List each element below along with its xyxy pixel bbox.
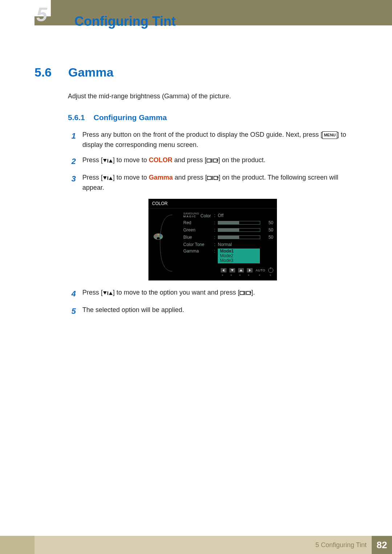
osd-panel: COLOR SAMSUNGMAGIC Color : Of: [148, 199, 277, 280]
osd-label: Color: [200, 213, 211, 218]
subsection-number: 5.6.1: [68, 113, 85, 122]
svg-rect-4: [212, 159, 212, 163]
step-text: The selected option will be applied.: [82, 305, 358, 317]
osd-row-magic-color: SAMSUNGMAGIC Color : Off: [183, 212, 273, 219]
osd-label: Green: [183, 227, 214, 233]
step-text: Press [: [82, 289, 103, 296]
step-4: 4 Press [] to move to the option you wan…: [68, 288, 358, 300]
brand-samsung-magic: SAMSUNGMAGIC: [183, 212, 199, 218]
osd-gamma-option: Mode2: [220, 254, 258, 258]
osd-title: COLOR: [148, 199, 277, 209]
down-up-arrow-icon: [103, 174, 113, 181]
section-number: 5.6: [34, 65, 58, 79]
page-number: 82: [372, 536, 392, 554]
svg-rect-3: [207, 159, 211, 162]
subsection-title: Configuring Gamma: [94, 113, 167, 122]
osd-value: 50: [263, 235, 273, 240]
osd-value: Off: [218, 213, 224, 218]
step-text: ] to move to the option you want and pre…: [113, 289, 240, 296]
svg-marker-0: [103, 159, 107, 162]
svg-point-14: [158, 234, 159, 235]
svg-point-13: [155, 235, 157, 236]
power-icon: [268, 268, 273, 273]
svg-rect-7: [107, 176, 108, 180]
nav-up-icon: [238, 268, 244, 272]
svg-marker-20: [240, 269, 242, 271]
step-text: Press any button on the front of the pro…: [82, 131, 322, 138]
svg-marker-22: [103, 291, 107, 295]
step-3: 3 Press [] to move to Gamma and press []…: [68, 173, 358, 193]
section-intro: Adjust the mid-range brightness (Gamma) …: [68, 93, 358, 100]
step-text: ] on the product.: [218, 156, 265, 164]
step-number: 1: [68, 130, 76, 150]
step-text: ].: [251, 289, 255, 296]
step-number: 2: [68, 155, 76, 168]
step-text: Press [: [82, 156, 103, 164]
svg-point-16: [160, 237, 162, 238]
osd-value: 50: [263, 220, 273, 225]
keyword-gamma: Gamma: [149, 174, 173, 181]
palette-icon: [153, 233, 164, 241]
down-up-arrow-icon: [103, 289, 113, 296]
step-1: 1 Press any button on the front of the p…: [68, 130, 358, 150]
osd-value: Normal: [218, 242, 232, 247]
osd-row-green: Green: 50: [183, 227, 273, 233]
osd-slider: [218, 221, 260, 225]
svg-rect-1: [107, 159, 108, 163]
osd-gamma-option: Mode1: [220, 249, 258, 254]
osd-auto-label: AUTO: [256, 268, 265, 272]
step-number: 3: [68, 173, 76, 193]
svg-point-15: [160, 235, 161, 236]
svg-point-17: [157, 237, 160, 239]
osd-footer: AUTO: [148, 266, 277, 274]
source-enter-icon: [207, 174, 219, 181]
osd-label: Color Tone: [183, 242, 214, 247]
osd-label: Red: [183, 220, 214, 225]
osd-label: Blue: [183, 235, 214, 240]
svg-rect-9: [207, 176, 211, 180]
svg-marker-21: [249, 269, 251, 272]
keyword-color: COLOR: [149, 156, 172, 164]
page-footer: 5 Configuring Tint 82: [0, 536, 392, 554]
down-up-arrow-icon: [103, 156, 113, 164]
menu-key-icon: MENU: [322, 131, 337, 139]
step-text: and press [: [173, 174, 207, 181]
step-text: ] to move to: [113, 174, 149, 181]
osd-row-blue: Blue: 50: [183, 234, 273, 241]
osd-row-gamma: Gamma: Mode1 Mode2 Mode3: [183, 249, 273, 263]
osd-slider: [218, 228, 260, 232]
svg-marker-8: [109, 177, 113, 180]
step-number: 5: [68, 305, 76, 317]
step-text: ] to move to: [113, 156, 149, 164]
osd-row-color-tone: Color Tone: Normal: [183, 241, 273, 248]
osd-slider: [218, 235, 260, 239]
nav-left-icon: [221, 268, 226, 272]
nav-right-icon: [247, 268, 253, 272]
source-enter-icon: [240, 289, 251, 296]
footer-chapter-label: 5 Configuring Tint: [315, 541, 367, 549]
page-title: Configuring Tint: [74, 14, 176, 29]
osd-label: Gamma: [183, 249, 214, 254]
step-text: Press [: [82, 174, 103, 181]
section-title: Gamma: [68, 65, 114, 79]
step-2: 2 Press [] to move to COLOR and press []…: [68, 155, 358, 168]
osd-value: 50: [263, 227, 273, 233]
svg-rect-25: [240, 291, 244, 295]
svg-marker-24: [109, 292, 113, 295]
svg-marker-18: [222, 269, 224, 272]
step-5: 5 The selected option will be applied.: [68, 305, 358, 317]
osd-gamma-dropdown: Mode1 Mode2 Mode3: [218, 249, 260, 263]
osd-row-red: Red: 50: [183, 219, 273, 226]
step-number: 4: [68, 288, 76, 300]
step-text: and press [: [172, 156, 207, 164]
nav-down-icon: [229, 268, 235, 272]
svg-rect-26: [245, 291, 245, 295]
svg-marker-6: [103, 176, 107, 180]
svg-marker-2: [109, 159, 113, 163]
osd-gamma-option: Mode3: [220, 258, 258, 263]
chapter-number: 5: [36, 3, 46, 25]
svg-rect-23: [107, 291, 108, 295]
source-enter-icon: [207, 156, 218, 164]
svg-marker-19: [231, 269, 234, 271]
svg-rect-10: [212, 176, 213, 180]
